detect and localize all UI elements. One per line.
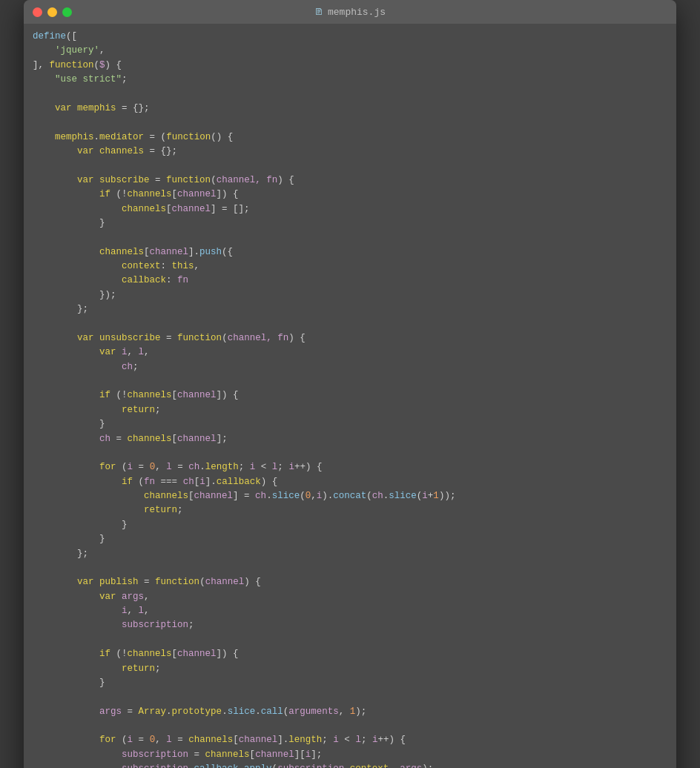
minimize-button[interactable] [47, 7, 57, 17]
title-text: memphis.js [328, 7, 386, 18]
code-block: define([ 'jquery', ], function($) { "use… [33, 30, 667, 768]
window-title: 🖹 memphis.js [314, 7, 386, 18]
maximize-button[interactable] [62, 7, 72, 17]
file-icon: 🖹 [314, 7, 323, 18]
editor-window: 🖹 memphis.js define([ 'jquery', ], funct… [24, 0, 676, 768]
close-button[interactable] [33, 7, 42, 17]
editor-area[interactable]: define([ 'jquery', ], function($) { "use… [24, 24, 676, 768]
traffic-lights [33, 7, 72, 17]
titlebar: 🖹 memphis.js [24, 0, 676, 24]
